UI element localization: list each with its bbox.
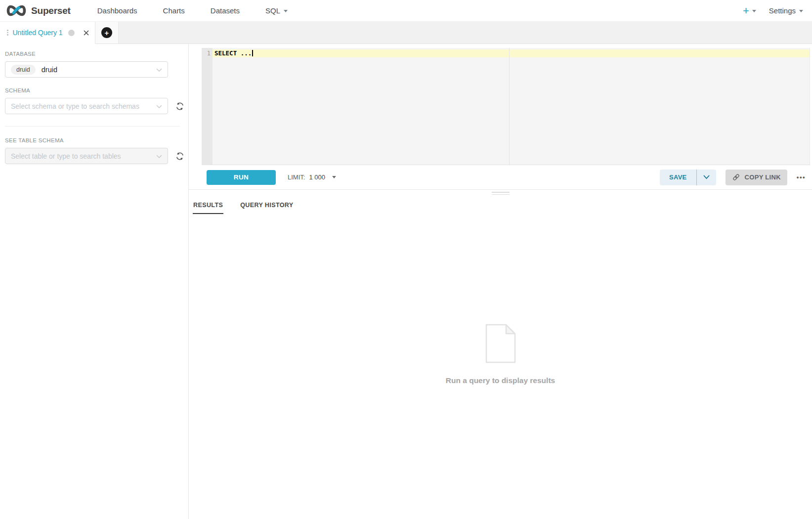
database-select-value: druid	[42, 66, 57, 74]
editor-gutter: 1	[202, 48, 213, 165]
refresh-tables-button[interactable]	[175, 152, 184, 161]
nav-charts[interactable]: Charts	[150, 0, 198, 22]
run-button[interactable]: RUN	[207, 170, 276, 185]
link-icon	[732, 173, 740, 181]
nav-dashboards-label: Dashboards	[97, 6, 137, 15]
chevron-down-icon	[156, 102, 162, 111]
sidebar-divider	[5, 126, 180, 127]
sql-lab-main: DATABASE druid druid SCHEMA Select schem…	[0, 44, 812, 519]
editor-code-area[interactable]: SELECT ...	[213, 48, 810, 165]
database-type-tag: druid	[11, 65, 36, 75]
nav-datasets[interactable]: Datasets	[198, 0, 253, 22]
sql-code-editor[interactable]: 1 SELECT ...	[202, 48, 810, 165]
database-label: DATABASE	[5, 51, 188, 57]
refresh-schemas-button[interactable]	[175, 102, 184, 111]
save-button[interactable]: SAVE	[660, 170, 696, 185]
copy-link-button[interactable]: COPY LINK	[726, 170, 787, 185]
document-icon	[485, 324, 516, 363]
results-tabs: RESULTS QUERY HISTORY	[189, 196, 812, 214]
tab-query-history[interactable]: QUERY HISTORY	[240, 199, 294, 214]
chevron-down-icon	[284, 10, 288, 12]
table-select-placeholder: Select table or type to search tables	[11, 152, 121, 160]
close-icon	[84, 30, 89, 36]
chevron-down-icon	[703, 175, 710, 179]
chevron-down-icon	[332, 176, 336, 178]
sync-icon	[175, 152, 184, 161]
schema-select[interactable]: Select schema or type to search schemas	[5, 98, 168, 114]
settings-menu[interactable]: Settings	[769, 6, 803, 15]
copy-link-label: COPY LINK	[745, 173, 781, 181]
save-split-button: SAVE	[660, 170, 716, 185]
query-tab-bar: Untitled Query 1 +	[0, 22, 812, 44]
main-nav: Dashboards Charts Datasets SQL	[85, 0, 300, 22]
superset-logo[interactable]: Superset	[5, 4, 71, 17]
editor-toolbar: RUN LIMIT: 1 000 SAVE	[189, 165, 812, 189]
chevron-down-icon	[799, 10, 803, 12]
table-schema-label: SEE TABLE SCHEMA	[5, 137, 188, 143]
limit-label: LIMIT:	[288, 173, 305, 181]
unsaved-state-dot	[68, 30, 75, 36]
more-actions-button[interactable]: •••	[797, 173, 806, 181]
resize-handle[interactable]	[492, 192, 510, 195]
toolbar-right: SAVE COPY LINK •••	[660, 170, 806, 185]
schema-label: SCHEMA	[5, 87, 188, 93]
nav-sql[interactable]: SQL	[253, 0, 300, 22]
plus-circle-icon: +	[101, 27, 112, 38]
results-panel: RESULTS QUERY HISTORY Run a query to dis…	[189, 196, 812, 519]
pane-divider	[189, 189, 812, 196]
schema-select-placeholder: Select schema or type to search schemas	[11, 102, 139, 110]
tab-results[interactable]: RESULTS	[193, 199, 223, 214]
nav-sql-label: SQL	[265, 6, 280, 15]
query-tab-label: Untitled Query 1	[13, 29, 63, 37]
nav-datasets-label: Datasets	[211, 6, 240, 15]
table-select[interactable]: Select table or type to search tables	[5, 148, 168, 164]
query-tab-untitled-query-1[interactable]: Untitled Query 1	[0, 22, 95, 44]
sql-lab-sidebar: DATABASE druid druid SCHEMA Select schem…	[0, 44, 189, 519]
results-empty-state: Run a query to display results	[189, 214, 812, 519]
database-select[interactable]: druid druid	[5, 61, 168, 78]
settings-label: Settings	[769, 6, 796, 15]
close-tab-button[interactable]	[84, 30, 89, 36]
sql-code-text: SELECT ...	[214, 49, 252, 57]
nav-charts-label: Charts	[163, 6, 185, 15]
drag-handle-icon[interactable]	[7, 30, 8, 36]
print-margin-line	[509, 48, 510, 165]
chevron-down-icon	[156, 152, 162, 161]
nav-dashboards[interactable]: Dashboards	[85, 0, 150, 22]
limit-value: 1 000	[309, 173, 325, 181]
header-right: + Settings	[743, 5, 807, 16]
sync-icon	[175, 102, 184, 111]
brand-name: Superset	[31, 5, 71, 16]
limit-dropdown[interactable]: LIMIT: 1 000	[288, 173, 336, 181]
plus-icon: +	[743, 5, 749, 16]
new-query-tab-button[interactable]: +	[95, 22, 119, 43]
chevron-down-icon	[156, 65, 162, 74]
app-header: Superset Dashboards Charts Datasets SQL …	[0, 0, 812, 22]
sql-editor-wrap: 1 SELECT ...	[189, 44, 812, 165]
empty-results-message: Run a query to display results	[446, 376, 555, 385]
text-cursor	[252, 50, 253, 56]
line-number: 1	[202, 49, 211, 57]
sql-editor-panel: 1 SELECT ... RUN LIMIT: 1 000	[189, 44, 812, 519]
infinity-logo-icon	[5, 4, 28, 17]
new-item-menu[interactable]: +	[743, 5, 756, 16]
save-options-button[interactable]	[697, 170, 716, 185]
chevron-down-icon	[752, 10, 756, 12]
